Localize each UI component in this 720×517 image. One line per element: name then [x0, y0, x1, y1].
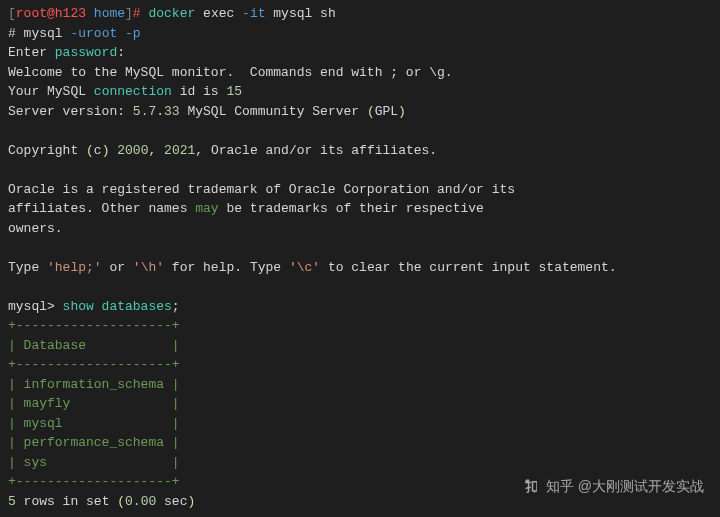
table-row: | mayfly |: [8, 394, 712, 414]
table-row: | mysql |: [8, 414, 712, 434]
help-line: Type 'help;' or '\h' for help. Type '\c'…: [8, 258, 712, 278]
table-border-mid: +--------------------+: [8, 355, 712, 375]
mysql-prompt-line[interactable]: mysql> show databases;: [8, 297, 712, 317]
connection-id-line: Your MySQL connection id is 15: [8, 82, 712, 102]
trademark-line-3: owners.: [8, 219, 712, 239]
server-version-line: Server version: 5.7.33 MySQL Community S…: [8, 102, 712, 122]
table-row: | performance_schema |: [8, 433, 712, 453]
table-border-top: +--------------------+: [8, 316, 712, 336]
mysql-login-line: # mysql -uroot -p: [8, 24, 712, 44]
welcome-line: Welcome to the MySQL monitor. Commands e…: [8, 63, 712, 83]
trademark-line-1: Oracle is a registered trademark of Orac…: [8, 180, 712, 200]
shell-prompt-line: [root@h123 home]# docker exec -it mysql …: [8, 4, 712, 24]
table-header: | Database |: [8, 336, 712, 356]
enter-password-line: Enter password:: [8, 43, 712, 63]
watermark: 知乎 @大刚测试开发实战: [522, 476, 704, 497]
zhihu-icon: [522, 478, 540, 496]
trademark-line-2: affiliates. Other names may be trademark…: [8, 199, 712, 219]
copyright-line: Copyright (c) 2000, 2021, Oracle and/or …: [8, 141, 712, 161]
table-row: | information_schema |: [8, 375, 712, 395]
table-row: | sys |: [8, 453, 712, 473]
watermark-text: 知乎 @大刚测试开发实战: [546, 476, 704, 497]
